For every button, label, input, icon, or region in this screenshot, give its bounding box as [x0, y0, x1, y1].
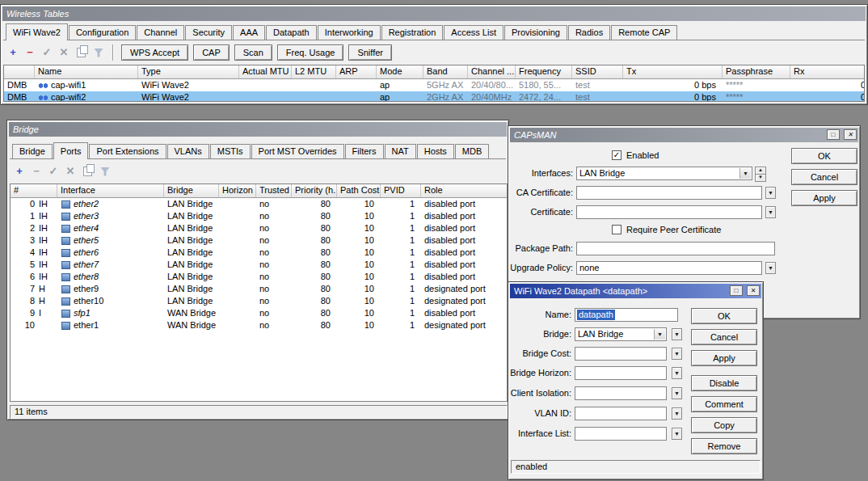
- tab-security[interactable]: Security: [185, 25, 232, 40]
- column-header-blank[interactable]: #: [11, 184, 57, 197]
- vlan-id-dropdown-icon[interactable]: ▼: [672, 407, 682, 420]
- bridge-port-row-ether2[interactable]: 0IHether2LAN Bridgeno80101disabled port: [11, 198, 507, 210]
- tab-ports[interactable]: Ports: [53, 142, 89, 159]
- bridge-port-row-ether9[interactable]: 7Hether9LAN Bridgeno80101designated port: [11, 283, 507, 295]
- restore-button[interactable]: □: [730, 285, 743, 296]
- column-header-actual-mtu[interactable]: Actual MTU: [239, 65, 292, 78]
- column-header-passphrase[interactable]: Passphrase: [723, 65, 790, 78]
- copy-icon[interactable]: [83, 167, 92, 176]
- close-button[interactable]: ✕: [747, 285, 760, 296]
- name-input[interactable]: datapath: [575, 308, 678, 322]
- dropdown-icon[interactable]: ▼: [654, 329, 665, 340]
- ca-certificate-input[interactable]: [576, 186, 762, 200]
- column-header-horizon[interactable]: Horizon: [219, 184, 256, 197]
- column-header-arp[interactable]: ARP: [336, 65, 377, 78]
- column-header-l2-mtu[interactable]: L2 MTU: [292, 65, 336, 78]
- tab-registration[interactable]: Registration: [381, 25, 444, 40]
- require-peer-certificate-checkbox[interactable]: [612, 225, 622, 234]
- remove-button[interactable]: Remove: [691, 438, 757, 454]
- upgrade-policy-input[interactable]: none: [576, 261, 762, 275]
- vlan-id-input[interactable]: [575, 407, 667, 420]
- apply-button[interactable]: Apply: [691, 350, 757, 366]
- tab-radios[interactable]: Radios: [568, 25, 610, 40]
- tab-port-extensions[interactable]: Port Extensions: [89, 144, 166, 158]
- column-header-trusted[interactable]: Trusted: [256, 184, 292, 197]
- bridge-cost-dropdown-icon[interactable]: ▼: [672, 348, 682, 360]
- interface-list-input[interactable]: [575, 427, 667, 441]
- enabled-checkbox[interactable]: ✓: [612, 150, 622, 160]
- tab-remote-cap[interactable]: Remote CAP: [611, 25, 677, 40]
- client-isolation-dropdown-icon[interactable]: ▼: [672, 387, 682, 399]
- sniffer-button[interactable]: Sniffer: [348, 44, 392, 61]
- column-header-interface[interactable]: Interface: [57, 184, 164, 197]
- add-icon[interactable]: +: [13, 165, 26, 178]
- filter-icon[interactable]: [94, 49, 103, 57]
- wps-accept-button[interactable]: WPS Accept: [121, 44, 188, 61]
- certificate-dropdown-icon[interactable]: ▼: [765, 206, 776, 218]
- wireless-row-cap-wifi1[interactable]: DMBcap-wifi1WiFi Wave2ap5GHz AX20/40/80.…: [4, 79, 864, 91]
- bridge-cost-input[interactable]: [575, 347, 667, 361]
- copy-icon[interactable]: [77, 48, 86, 57]
- disable-icon[interactable]: ✕: [57, 46, 70, 59]
- bridge-horizon-dropdown-icon[interactable]: ▼: [672, 367, 682, 379]
- bridge-port-row-ether10[interactable]: 8Hether10LAN Bridgeno80101designated por…: [11, 295, 507, 307]
- remove-icon[interactable]: −: [30, 165, 43, 178]
- tab-provisioning[interactable]: Provisioning: [504, 25, 567, 40]
- tab-vlans[interactable]: VLANs: [167, 144, 209, 158]
- bridge-port-row-ether7[interactable]: 5IHether7LAN Bridgeno80101disabled port: [11, 259, 507, 271]
- bridge-horizon-input[interactable]: [575, 366, 667, 380]
- column-header-ssid[interactable]: SSID: [572, 65, 623, 78]
- ok-button[interactable]: OK: [691, 308, 757, 324]
- column-header-name[interactable]: Name: [35, 65, 138, 78]
- tab-interworking[interactable]: Interworking: [318, 25, 381, 40]
- wireless-titlebar[interactable]: Wireless Tables: [2, 6, 866, 21]
- restore-button[interactable]: □: [827, 129, 840, 140]
- tab-bridge[interactable]: Bridge: [12, 144, 53, 158]
- capsman-titlebar[interactable]: CAPsMAN □ ✕: [510, 128, 858, 142]
- down-icon[interactable]: ▼: [755, 174, 766, 182]
- column-header-tx[interactable]: Tx: [623, 65, 723, 78]
- interface-list-dropdown-icon[interactable]: ▼: [672, 428, 682, 440]
- cancel-button[interactable]: Cancel: [791, 169, 857, 185]
- interfaces-input[interactable]: LAN Bridge ▼: [576, 167, 752, 180]
- tab-datapath[interactable]: Datapath: [266, 25, 317, 40]
- ca-certificate-dropdown-icon[interactable]: ▼: [765, 187, 776, 199]
- package-path-input[interactable]: [576, 242, 775, 255]
- comment-button[interactable]: Comment: [691, 396, 757, 412]
- scan-button[interactable]: Scan: [234, 44, 272, 61]
- tab-aaa[interactable]: AAA: [233, 25, 265, 40]
- bridge-input[interactable]: LAN Bridge ▼: [575, 327, 667, 341]
- bridge-port-row-ether5[interactable]: 3IHether5LAN Bridgeno80101disabled port: [11, 234, 507, 247]
- column-header-type[interactable]: Type: [138, 65, 239, 78]
- tab-nat[interactable]: NAT: [385, 144, 416, 158]
- datapath-titlebar[interactable]: WiFi Wave2 Datapath <datapath> □ ✕: [510, 284, 761, 298]
- column-header-frequency[interactable]: Frequency: [516, 65, 572, 78]
- bridge-port-row-ether8[interactable]: 6IHether8LAN Bridgeno80101disabled port: [11, 271, 507, 283]
- tab-configuration[interactable]: Configuration: [69, 25, 136, 40]
- freq-usage-button[interactable]: Freq. Usage: [277, 44, 344, 61]
- bridge-titlebar[interactable]: Bridge: [9, 122, 507, 137]
- remove-icon[interactable]: −: [23, 46, 36, 59]
- upgrade-policy-dropdown-icon[interactable]: ▼: [765, 262, 776, 274]
- certificate-input[interactable]: [576, 205, 762, 219]
- bridge-dropdown-icon[interactable]: ▼: [672, 328, 682, 340]
- column-header-pvid[interactable]: PVID: [381, 184, 421, 197]
- tab-port-mst-overrides[interactable]: Port MST Overrides: [251, 144, 344, 158]
- close-button[interactable]: ✕: [844, 129, 857, 140]
- bridge-port-row-ether6[interactable]: 4IHether6LAN Bridgeno80101disabled port: [11, 247, 507, 259]
- filter-icon[interactable]: [100, 167, 110, 176]
- tab-mstis[interactable]: MSTIs: [210, 144, 251, 158]
- client-isolation-input[interactable]: [575, 386, 667, 400]
- column-header-blank[interactable]: [4, 65, 35, 78]
- column-header-path-cost[interactable]: Path Cost: [337, 184, 381, 197]
- column-header-mode[interactable]: Mode: [377, 65, 423, 78]
- bridge-port-row-ether1[interactable]: 10ether1WAN Bridgeno80101designated port: [11, 319, 507, 331]
- bridge-port-row-sfp1[interactable]: 9Isfp1WAN Bridgeno80101disabled port: [11, 307, 507, 319]
- add-icon[interactable]: +: [6, 46, 19, 59]
- column-header-bridge[interactable]: Bridge: [164, 184, 219, 197]
- wireless-row-cap-wifi2[interactable]: DMBcap-wifi2WiFi Wave2ap2GHz AX20/40MHz2…: [4, 91, 864, 102]
- tab-mdb[interactable]: MDB: [455, 144, 489, 158]
- copy-button[interactable]: Copy: [691, 417, 757, 433]
- enable-icon[interactable]: ✓: [47, 165, 60, 178]
- enable-icon[interactable]: ✓: [40, 46, 53, 59]
